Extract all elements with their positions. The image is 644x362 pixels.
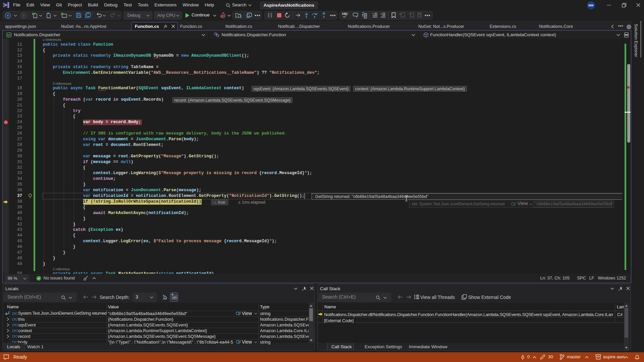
svg-text:C#: C# (7, 34, 11, 37)
